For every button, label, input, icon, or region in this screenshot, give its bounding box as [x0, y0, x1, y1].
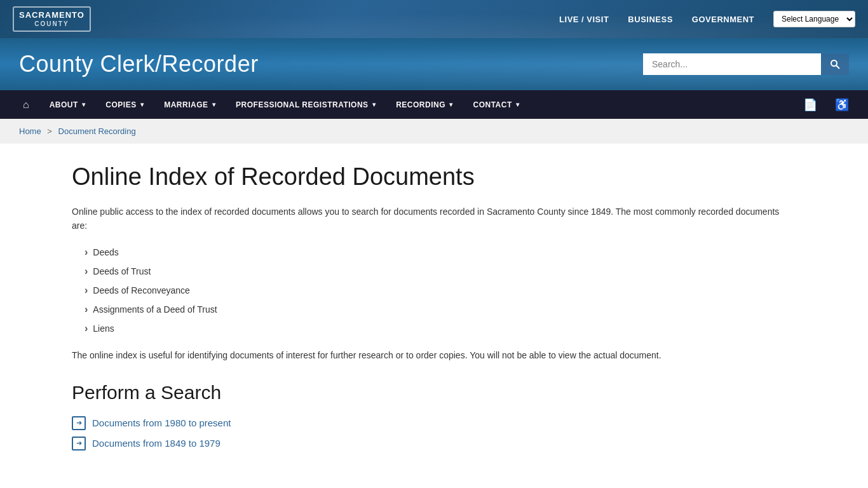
- intro-text: Online public access to the index of rec…: [72, 205, 796, 233]
- link-arrow-icon-1849: ➜: [72, 437, 86, 451]
- info-text: The online index is useful for identifyi…: [72, 348, 796, 362]
- search-area: [643, 53, 849, 75]
- language-select[interactable]: Select Language: [773, 11, 855, 27]
- site-logo: Sacramento County: [13, 6, 91, 32]
- search-input[interactable]: [643, 53, 821, 75]
- accessibility-icon-btn[interactable]: ♿: [829, 93, 855, 117]
- nav-recording[interactable]: RECORDING ▾: [386, 93, 463, 117]
- breadcrumb: Home > Document Recording: [0, 119, 868, 144]
- search-link-1980-label: Documents from 1980 to present: [92, 417, 231, 428]
- nav-marriage[interactable]: MARRIAGE ▾: [154, 93, 226, 117]
- search-link-1849[interactable]: ➜ Documents from 1849 to 1979: [72, 437, 796, 451]
- nav-professional-reg[interactable]: PROFESSIONAL REGISTRATIONS ▾: [226, 93, 386, 117]
- list-item: Deeds of Trust: [85, 262, 796, 281]
- svg-point-0: [831, 60, 837, 66]
- logo-line2: County: [19, 20, 85, 28]
- nav-government[interactable]: GOVERNMENT: [692, 15, 754, 24]
- search-icon: [830, 59, 840, 69]
- prof-reg-chevron: ▾: [372, 101, 376, 108]
- home-icon: ⌂: [23, 99, 29, 111]
- breadcrumb-home[interactable]: Home: [19, 126, 41, 136]
- list-item: Liens: [85, 319, 796, 338]
- main-navigation: ⌂ ABOUT ▾ COPIES ▾ MARRIAGE ▾ PROFESSION…: [0, 90, 868, 119]
- nav-contact[interactable]: CONTACT ▾: [463, 93, 529, 117]
- copies-chevron: ▾: [140, 101, 144, 108]
- nav-about[interactable]: ABOUT ▾: [39, 93, 96, 117]
- breadcrumb-current: Document Recording: [58, 126, 136, 136]
- search-button[interactable]: [821, 53, 849, 75]
- accessibility-icon: ♿: [835, 98, 849, 112]
- nav-home[interactable]: ⌂: [13, 92, 39, 118]
- about-chevron: ▾: [82, 101, 86, 108]
- list-item: Deeds of Reconveyance: [85, 281, 796, 300]
- site-header: County Clerk/Recorder: [0, 38, 868, 90]
- search-links-container: ➜ Documents from 1980 to present ➜ Docum…: [72, 416, 796, 451]
- logo-line1: Sacramento: [19, 10, 85, 20]
- recording-chevron: ▾: [449, 101, 453, 108]
- list-item: Deeds: [85, 243, 796, 262]
- top-navigation: LIVE / VISIT BUSINESS GOVERNMENT Select …: [559, 11, 855, 27]
- page-title: Online Index of Recorded Documents: [72, 163, 796, 192]
- logo-area: Sacramento County: [13, 6, 91, 32]
- contact-chevron: ▾: [516, 101, 520, 108]
- document-icon-btn[interactable]: 📄: [797, 93, 824, 117]
- document-list: Deeds Deeds of Trust Deeds of Reconveyan…: [85, 243, 796, 338]
- marriage-chevron: ▾: [212, 101, 216, 108]
- search-section-title: Perform a Search: [72, 382, 796, 403]
- document-icon: 📄: [803, 98, 817, 112]
- search-link-1849-label: Documents from 1849 to 1979: [92, 438, 220, 449]
- nav-icon-group: 📄 ♿: [797, 93, 855, 117]
- svg-line-1: [836, 65, 839, 69]
- nav-live-visit[interactable]: LIVE / VISIT: [559, 15, 609, 24]
- site-title: County Clerk/Recorder: [19, 51, 259, 78]
- main-content: Online Index of Recorded Documents Onlin…: [53, 144, 815, 476]
- link-arrow-icon-1980: ➜: [72, 416, 86, 430]
- nav-business[interactable]: BUSINESS: [628, 15, 672, 24]
- breadcrumb-separator: >: [47, 126, 52, 136]
- list-item: Assignments of a Deed of Trust: [85, 300, 796, 319]
- top-bar: Sacramento County LIVE / VISIT BUSINESS …: [0, 0, 868, 38]
- nav-copies[interactable]: COPIES ▾: [95, 93, 154, 117]
- search-link-1980[interactable]: ➜ Documents from 1980 to present: [72, 416, 796, 430]
